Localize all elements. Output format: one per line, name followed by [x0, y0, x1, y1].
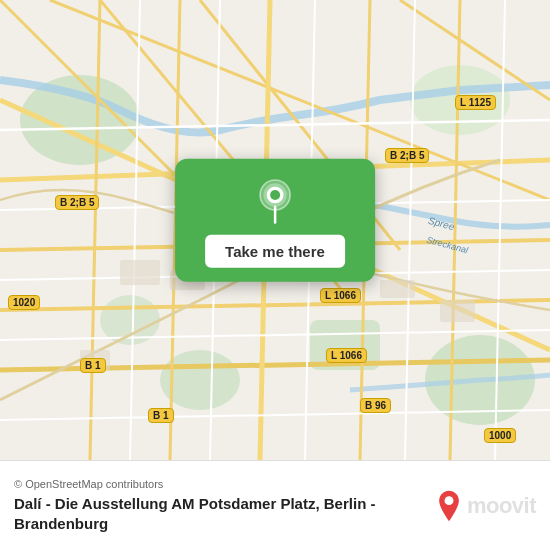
svg-rect-35 [380, 280, 415, 298]
svg-rect-37 [440, 300, 475, 322]
road-badge-b96: B 96 [360, 398, 391, 413]
take-me-there-button[interactable]: Take me there [205, 235, 345, 268]
location-card: Take me there [175, 159, 375, 282]
road-badge-b2b5-right: B 2;B 5 [385, 148, 429, 163]
osm-credit: © OpenStreetMap contributors [14, 478, 435, 490]
road-badge-b1-right: B 1 [148, 408, 174, 423]
svg-point-43 [444, 496, 453, 505]
road-badge-l1125: L 1125 [455, 95, 496, 110]
moovit-logo: moovit [435, 489, 536, 523]
road-badge-l1066-top: L 1066 [320, 288, 361, 303]
road-badge-b2b5-left: B 2;B 5 [55, 195, 99, 210]
road-badge-1000: 1000 [484, 428, 516, 443]
svg-point-41 [270, 190, 280, 200]
road-badge-1020: 1020 [8, 295, 40, 310]
moovit-pin-icon [435, 489, 463, 523]
location-pin-icon [250, 177, 300, 227]
bottom-bar: © OpenStreetMap contributors Dalí - Die … [0, 460, 550, 550]
bottom-info: © OpenStreetMap contributors Dalí - Die … [14, 478, 435, 533]
road-badge-l1066-bottom: L 1066 [326, 348, 367, 363]
svg-rect-32 [120, 260, 160, 285]
road-badge-b1-left: B 1 [80, 358, 106, 373]
location-title: Dalí - Die Ausstellung AM Potsdamer Plat… [14, 494, 435, 533]
map-container: B 2;B 5 B 2;B 5 L 1125 L 1066 L 1066 102… [0, 0, 550, 460]
moovit-brand-text: moovit [467, 493, 536, 519]
